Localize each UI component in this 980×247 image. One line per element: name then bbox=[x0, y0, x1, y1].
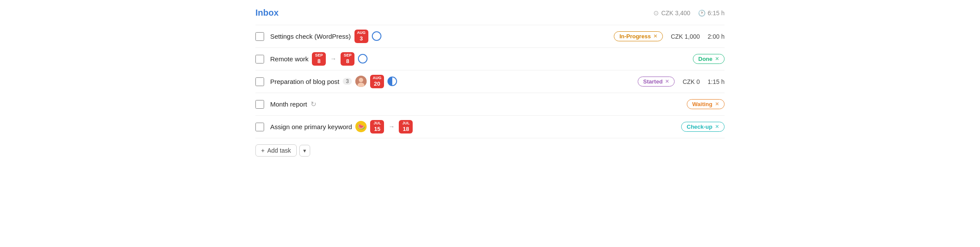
status-badge[interactable]: Check-up ✕ bbox=[681, 122, 725, 132]
task-right: Check-up ✕ bbox=[681, 122, 725, 132]
table-row: Settings check (WordPress) Aug 3 In-Prog… bbox=[255, 25, 725, 48]
close-icon[interactable]: ✕ bbox=[715, 101, 719, 107]
header-meta: ⊙ CZK 3,400 🕐 6:15 h bbox=[653, 9, 725, 17]
add-task-dropdown-button[interactable]: ▾ bbox=[299, 145, 310, 157]
page-title: Inbox bbox=[255, 8, 278, 18]
table-row: Remote work Sep 8 → Sep 8 Done ✕ bbox=[255, 48, 725, 70]
task-main: Settings check (WordPress) Aug 3 bbox=[270, 30, 607, 43]
task-main: Month report ↻ bbox=[270, 100, 680, 108]
comment-count: 3 bbox=[343, 78, 352, 85]
date-badge-end: Sep 8 bbox=[341, 52, 354, 65]
status-badge[interactable]: In-Progress ✕ bbox=[614, 31, 663, 41]
close-icon[interactable]: ✕ bbox=[715, 56, 719, 62]
task-name: Settings check (WordPress) bbox=[270, 33, 351, 40]
refresh-icon[interactable]: ↻ bbox=[311, 100, 316, 108]
task-checkbox[interactable] bbox=[255, 32, 264, 41]
close-icon[interactable]: ✕ bbox=[665, 79, 669, 84]
task-right: Done ✕ bbox=[693, 54, 725, 64]
task-time: 2:00 h bbox=[708, 33, 725, 40]
task-list: Settings check (WordPress) Aug 3 In-Prog… bbox=[255, 25, 725, 138]
task-time: 1:15 h bbox=[708, 78, 725, 85]
task-right: In-Progress ✕ CZK 1,000 2:00 h bbox=[614, 31, 725, 41]
chevron-down-icon: ▾ bbox=[303, 147, 306, 154]
task-checkbox[interactable] bbox=[255, 55, 264, 63]
plus-icon: + bbox=[261, 147, 265, 154]
add-task-label: Add task bbox=[267, 147, 291, 154]
table-row: Month report ↻ Waiting ✕ bbox=[255, 93, 725, 116]
progress-circle[interactable] bbox=[387, 77, 397, 86]
task-checkbox[interactable] bbox=[255, 100, 264, 109]
task-amount: CZK 0 bbox=[682, 78, 700, 85]
task-main: Assign one primary keyword 🍉 Jul 15 → Ju… bbox=[270, 120, 674, 133]
date-badge-end: Jul 18 bbox=[399, 120, 413, 133]
status-label: Done bbox=[699, 56, 713, 62]
date-badge-start: Jul 15 bbox=[370, 120, 384, 133]
task-checkbox[interactable] bbox=[255, 77, 264, 86]
task-name: Remote work bbox=[270, 55, 308, 63]
arrow-icon: → bbox=[388, 123, 394, 130]
total-amount: ⊙ CZK 3,400 bbox=[653, 9, 690, 17]
status-label: Waiting bbox=[692, 101, 712, 107]
total-time: 🕐 6:15 h bbox=[698, 10, 725, 17]
avatar: 🍉 bbox=[355, 121, 367, 132]
svg-point-1 bbox=[359, 78, 363, 82]
status-label: Check-up bbox=[687, 124, 712, 130]
date-badge: Aug 20 bbox=[370, 75, 384, 88]
task-right: Started ✕ CZK 0 1:15 h bbox=[638, 77, 725, 87]
total-time-value: 6:15 h bbox=[708, 10, 725, 17]
task-name: Preparation of blog post bbox=[270, 78, 339, 85]
task-right: Waiting ✕ bbox=[687, 99, 725, 109]
total-amount-value: CZK 3,400 bbox=[661, 10, 690, 17]
task-amount: CZK 1,000 bbox=[671, 33, 700, 40]
inbox-header: Inbox ⊙ CZK 3,400 🕐 6:15 h bbox=[255, 8, 725, 18]
task-name: Month report bbox=[270, 100, 307, 108]
progress-circle[interactable] bbox=[358, 54, 368, 63]
date-badge-start: Sep 8 bbox=[312, 52, 326, 65]
avatar bbox=[355, 76, 367, 87]
status-badge[interactable]: Waiting ✕ bbox=[687, 99, 725, 109]
add-task-button[interactable]: + Add task bbox=[255, 144, 297, 157]
close-icon[interactable]: ✕ bbox=[715, 124, 719, 130]
task-main: Preparation of blog post 3 Aug 20 bbox=[270, 75, 631, 88]
status-label: In-Progress bbox=[619, 33, 651, 40]
date-badge: Aug 3 bbox=[354, 30, 368, 43]
status-badge[interactable]: Started ✕ bbox=[638, 77, 675, 87]
task-name: Assign one primary keyword bbox=[270, 123, 352, 130]
add-task-bar: + Add task ▾ bbox=[255, 144, 725, 157]
table-row: Preparation of blog post 3 Aug 20 bbox=[255, 70, 725, 93]
table-row: Assign one primary keyword 🍉 Jul 15 → Ju… bbox=[255, 116, 725, 138]
clock-icon: 🕐 bbox=[698, 10, 705, 17]
close-icon[interactable]: ✕ bbox=[653, 33, 657, 39]
inbox-container: Inbox ⊙ CZK 3,400 🕐 6:15 h Settings chec… bbox=[245, 0, 735, 164]
task-main: Remote work Sep 8 → Sep 8 bbox=[270, 52, 686, 65]
status-label: Started bbox=[643, 78, 663, 85]
status-badge[interactable]: Done ✕ bbox=[693, 54, 725, 64]
task-checkbox[interactable] bbox=[255, 123, 264, 131]
dollar-icon: ⊙ bbox=[653, 9, 659, 17]
arrow-icon: → bbox=[330, 55, 336, 62]
progress-circle[interactable] bbox=[372, 31, 381, 41]
